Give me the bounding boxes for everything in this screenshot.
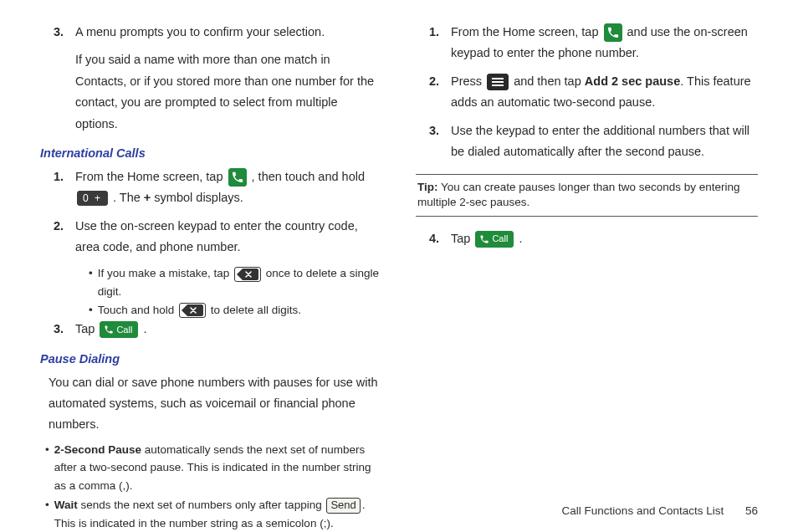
intro-text: You can dial or save phone numbers with …: [49, 372, 382, 436]
list-item: 3. Tap Call .: [40, 319, 382, 340]
step-body: Use the keypad to enter the additional n…: [451, 120, 758, 163]
text: , then touch and hold: [252, 170, 365, 183]
step-number: 3.: [416, 120, 451, 163]
text: and then tap: [514, 74, 585, 88]
list-item: 2. Use the on-screen keypad to enter the…: [40, 216, 382, 258]
step-body: From the Home screen, tap and use the on…: [451, 22, 758, 64]
list-item: 2. Press and then tap Add 2 sec pause. T…: [416, 71, 758, 114]
text: A menu prompts you to confirm your selec…: [75, 22, 382, 43]
menu-icon: [487, 74, 509, 90]
step-body: Tap Call .: [75, 319, 382, 340]
bullet-item: • Wait sends the next set of numbers onl…: [45, 496, 382, 532]
text: to delete all digits.: [211, 304, 301, 316]
left-column: 3. A menu prompts you to confirm your se…: [40, 22, 382, 532]
right-column: 1. From the Home screen, tap and use the…: [416, 22, 758, 532]
step-body: Press and then tap Add 2 sec pause. This…: [451, 71, 758, 114]
bullet-body: Wait sends the next set of numbers only …: [54, 496, 382, 532]
text: Touch and hold: [98, 304, 177, 316]
call-button-icon: Call: [475, 231, 514, 248]
bullet-dot: •: [45, 496, 54, 532]
bold-term: Wait: [54, 499, 78, 511]
text: sends the next set of numbers only after…: [78, 499, 325, 511]
text: . The: [113, 191, 144, 204]
step-number: 1.: [40, 166, 75, 209]
phone-icon: [604, 23, 622, 42]
bullet-item: • If you make a mistake, tap once to del…: [89, 264, 382, 300]
zero-plus-key-icon: 0 +: [77, 191, 108, 206]
bold-term: Add 2 sec pause: [585, 74, 680, 88]
section-heading-international: International Calls: [40, 146, 382, 160]
text: Press: [451, 74, 485, 88]
svg-rect-1: [492, 81, 504, 83]
phone-icon: [228, 168, 247, 187]
text: Tap: [451, 232, 473, 245]
bullet-dot: •: [89, 264, 98, 300]
step-body: Tap Call .: [451, 228, 758, 249]
step-number: 2.: [40, 216, 75, 258]
call-label: Call: [492, 231, 508, 247]
text: From the Home screen, tap: [451, 25, 602, 38]
step-number: 2.: [416, 71, 451, 114]
bullet-body: If you make a mistake, tap once to delet…: [98, 264, 382, 300]
list-item: 3. Use the keypad to enter the additiona…: [416, 120, 758, 163]
tip-label: Tip:: [417, 181, 438, 193]
tip-box: Tip: You can create pauses longer than t…: [416, 174, 758, 216]
text: Use the keypad to enter the additional n…: [451, 124, 749, 158]
send-button-icon: Send: [326, 498, 360, 514]
footer: Call Functions and Contacts List 56: [562, 504, 758, 517]
list-item: 1. From the Home screen, tap and use the…: [416, 22, 758, 64]
step-body: A menu prompts you to confirm your selec…: [75, 22, 382, 135]
text: From the Home screen, tap: [75, 170, 227, 183]
call-button-icon: Call: [100, 321, 138, 338]
svg-rect-2: [492, 84, 504, 86]
backspace-icon: [234, 267, 261, 282]
list-item: 3. A menu prompts you to confirm your se…: [40, 22, 382, 135]
step-body: From the Home screen, tap , then touch a…: [75, 166, 382, 209]
text: .: [143, 322, 146, 335]
list-item: 1. From the Home screen, tap , then touc…: [40, 166, 382, 209]
page: 3. A menu prompts you to confirm your se…: [0, 0, 798, 532]
bullet-dot: •: [45, 441, 54, 495]
text: .: [519, 232, 522, 245]
bullet-dot: •: [89, 301, 98, 320]
sub-bullets: • If you make a mistake, tap once to del…: [75, 264, 382, 319]
bullet-body: Touch and hold to delete all digits.: [98, 301, 382, 320]
bullet-item: • Touch and hold to delete all digits.: [89, 301, 382, 320]
step-number: 1.: [416, 22, 451, 64]
backspace-icon: [179, 303, 206, 318]
bold-term: 2-Second Pause: [54, 443, 141, 456]
text: Tap: [75, 322, 98, 335]
svg-rect-0: [492, 78, 504, 79]
step-body: Use the on-screen keypad to enter the co…: [75, 216, 382, 258]
text: Use the on-screen keypad to enter the co…: [75, 219, 358, 253]
step-number: 3.: [40, 319, 75, 340]
section-heading-pause: Pause Dialing: [40, 352, 382, 366]
text: If you make a mistake, tap: [98, 267, 233, 279]
tip-text: You can create pauses longer than two se…: [417, 181, 740, 208]
step-number: 3.: [40, 22, 75, 135]
text: symbol displays.: [151, 191, 243, 204]
columns: 3. A menu prompts you to confirm your se…: [40, 22, 758, 532]
bullet-body: 2-Second Pause automatically sends the n…: [54, 441, 382, 495]
bullet-item: • 2-Second Pause automatically sends the…: [45, 441, 382, 495]
text: If you said a name with more than one ma…: [75, 49, 382, 135]
call-label: Call: [116, 322, 132, 338]
step-number: 4.: [416, 228, 451, 249]
list-item: 4. Tap Call .: [416, 228, 758, 249]
page-number: 56: [745, 504, 758, 517]
footer-title: Call Functions and Contacts List: [562, 504, 724, 517]
